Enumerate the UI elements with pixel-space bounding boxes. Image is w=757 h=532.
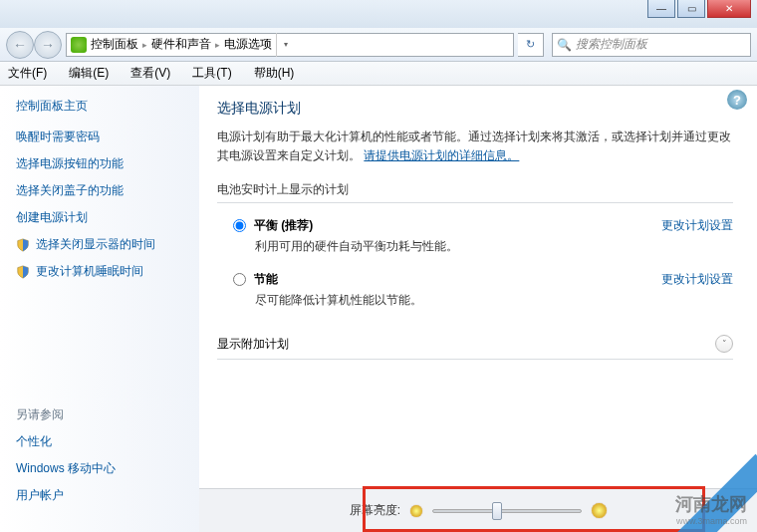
sidebar: 控制面板主页 唤醒时需要密码选择电源按钮的功能选择关闭盖子的功能创建电源计划选择… <box>0 86 199 532</box>
menu-edit[interactable]: 编辑(E) <box>65 63 113 84</box>
brightness-label: 屏幕亮度: <box>350 502 400 519</box>
brightness-bar: 屏幕亮度: <box>199 488 757 532</box>
brightness-thumb[interactable] <box>492 502 502 520</box>
plan-radio-1[interactable] <box>233 273 246 286</box>
search-icon: 🔍 <box>557 38 572 52</box>
menu-file[interactable]: 文件(F) <box>4 63 51 84</box>
breadcrumb-mid[interactable]: 硬件和声音 <box>151 36 211 53</box>
sidebar-task-label: 选择关闭显示器的时间 <box>36 236 155 253</box>
plan-radio-0[interactable] <box>233 219 246 232</box>
brightness-slider[interactable] <box>432 509 582 513</box>
menu-tools[interactable]: 工具(T) <box>188 63 235 84</box>
help-icon[interactable]: ? <box>727 90 747 110</box>
back-button[interactable]: ← <box>6 31 34 59</box>
sidebar-task-label: 选择电源按钮的功能 <box>16 155 124 172</box>
expand-icon[interactable]: ˅ <box>715 335 733 353</box>
shield-icon <box>16 265 30 279</box>
sidebar-task-label: 唤醒时需要密码 <box>16 129 100 145</box>
sidebar-task-1[interactable]: 选择电源按钮的功能 <box>16 155 191 172</box>
change-plan-settings-link[interactable]: 更改计划设置 <box>661 217 733 234</box>
sidebar-task-0[interactable]: 唤醒时需要密码 <box>16 129 191 145</box>
change-plan-settings-link[interactable]: 更改计划设置 <box>661 271 733 288</box>
see-also-link-1[interactable]: Windows 移动中心 <box>16 460 191 477</box>
refresh-button[interactable]: ↻ <box>518 33 544 57</box>
main-panel: ? 选择电源计划 电源计划有助于最大化计算机的性能或者节能。通过选择计划来将其激… <box>199 86 757 532</box>
sidebar-task-4[interactable]: 选择关闭显示器的时间 <box>16 236 191 253</box>
menu-help[interactable]: 帮助(H) <box>250 63 299 84</box>
page-description: 电源计划有助于最大化计算机的性能或者节能。通过选择计划来将其激活，或选择计划并通… <box>217 128 733 165</box>
address-bar[interactable]: 控制面板 ▸ 硬件和声音 ▸ 电源选项 ▾ <box>66 33 514 57</box>
sidebar-task-2[interactable]: 选择关闭盖子的功能 <box>16 182 191 199</box>
sidebar-task-label: 更改计算机睡眠时间 <box>36 263 143 280</box>
close-button[interactable]: ✕ <box>707 0 751 18</box>
address-dropdown-icon[interactable]: ▾ <box>276 33 294 57</box>
sidebar-task-3[interactable]: 创建电源计划 <box>16 209 191 226</box>
plan-desc: 尽可能降低计算机性能以节能。 <box>217 290 733 321</box>
sidebar-task-label: 创建电源计划 <box>16 209 88 226</box>
breadcrumb-sep-icon: ▸ <box>215 40 220 50</box>
control-panel-home-link[interactable]: 控制面板主页 <box>16 98 191 115</box>
nav-bar: ← → 控制面板 ▸ 硬件和声音 ▸ 电源选项 ▾ ↻ 🔍 搜索控制面板 <box>0 28 757 62</box>
forward-button[interactable]: → <box>34 31 62 59</box>
menu-bar: 文件(F) 编辑(E) 查看(V) 工具(T) 帮助(H) <box>0 62 757 86</box>
see-also-header: 另请参阅 <box>16 406 191 423</box>
additional-label: 显示附加计划 <box>217 336 289 353</box>
battery-plans-header: 电池安时计上显示的计划 <box>217 177 733 203</box>
sidebar-task-label: 选择关闭盖子的功能 <box>16 182 124 199</box>
sun-bright-icon <box>592 503 607 518</box>
breadcrumb-leaf[interactable]: 电源选项 <box>224 36 272 53</box>
plan-name: 节能 <box>254 271 278 288</box>
minimize-button[interactable]: — <box>647 0 675 18</box>
title-bar: — ▭ ✕ <box>0 0 757 28</box>
more-info-link[interactable]: 请提供电源计划的详细信息。 <box>364 148 519 162</box>
breadcrumb-root[interactable]: 控制面板 <box>91 36 138 53</box>
show-additional-plans[interactable]: 显示附加计划 ˅ <box>217 329 733 360</box>
sun-dim-icon <box>410 505 422 517</box>
maximize-button[interactable]: ▭ <box>677 0 705 18</box>
page-title: 选择电源计划 <box>217 100 733 118</box>
plan-name: 平衡 (推荐) <box>254 217 313 234</box>
power-plan-0: 平衡 (推荐)更改计划设置 <box>217 213 733 236</box>
sidebar-task-5[interactable]: 更改计算机睡眠时间 <box>16 263 191 280</box>
power-plan-1: 节能更改计划设置 <box>217 267 733 290</box>
shield-icon <box>16 238 30 252</box>
plan-desc: 利用可用的硬件自动平衡功耗与性能。 <box>217 236 733 267</box>
window-buttons: — ▭ ✕ <box>647 0 751 18</box>
menu-view[interactable]: 查看(V) <box>126 63 174 84</box>
control-panel-icon <box>71 37 87 53</box>
breadcrumb-sep-icon: ▸ <box>142 40 147 50</box>
search-placeholder: 搜索控制面板 <box>576 36 647 53</box>
search-input[interactable]: 🔍 搜索控制面板 <box>552 33 751 57</box>
see-also-link-0[interactable]: 个性化 <box>16 433 191 450</box>
see-also-link-2[interactable]: 用户帐户 <box>16 487 191 504</box>
